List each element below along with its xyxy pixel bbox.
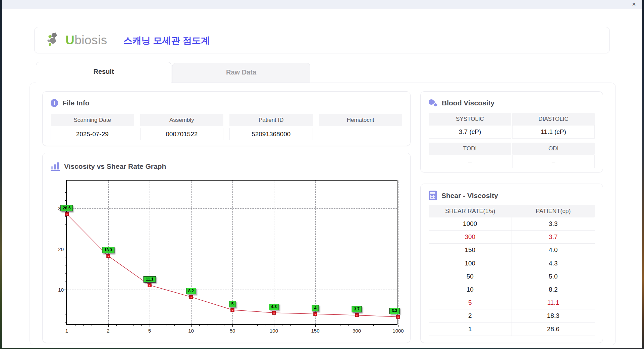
field-value-hematocrit <box>319 128 402 140</box>
y-tick-major <box>64 290 66 290</box>
data-point-marker <box>355 313 359 317</box>
tab-raw-data[interactable]: Raw Data <box>172 63 310 83</box>
data-point-marker <box>189 295 193 299</box>
app-window: { "window": { "close_label": "×" }, "hea… <box>0 0 644 349</box>
file-info-grid: Scanning Date Assembly Patient ID Hemato… <box>51 114 402 140</box>
droplets-icon <box>429 98 437 108</box>
shear-rate-cell: 100 <box>429 257 512 270</box>
shear-rate-cell: 50 <box>429 270 512 283</box>
data-point-marker <box>231 308 234 312</box>
shear-viscosity-table: SHEAR RATE(1/s) PATIENT(cp) 10003.33003.… <box>429 205 595 336</box>
data-point-label: 28.6 <box>60 205 73 211</box>
patient-viscosity-cell: 3.7 <box>512 231 595 243</box>
x-tick-label: 1 <box>65 328 68 334</box>
titlebar: × <box>2 0 642 9</box>
data-point-marker <box>272 311 276 315</box>
data-point-label: 3.7 <box>352 306 362 312</box>
patient-viscosity-cell: 18.3 <box>512 309 595 322</box>
data-point-label: 18.3 <box>102 247 114 253</box>
data-point-label: 3.3 <box>389 308 400 314</box>
x-tick-label: 300 <box>353 328 361 334</box>
shear-viscosity-card: Shear - Viscosity SHEAR RATE(1/s) PATIEN… <box>420 184 603 343</box>
x-tick-label: 50 <box>230 328 235 334</box>
chart-plot: 1251050100150300100010203028.618.311.18.… <box>66 180 397 325</box>
y-tick-minor <box>65 241 66 241</box>
field-label-scanning-date: Scanning Date <box>51 114 134 126</box>
data-point-label: 8.2 <box>186 288 196 294</box>
viscosity-graph-card: Viscosity vs Shear Rate Graph 1251050100… <box>42 153 411 343</box>
logo-text: Ubiosis <box>65 33 107 47</box>
shear-rate-cell: 1 <box>429 323 512 336</box>
patient-viscosity-cell: 8.2 <box>512 283 595 296</box>
table-row: 108.2 <box>429 283 595 296</box>
x-tick-label: 5 <box>148 328 151 334</box>
x-tick-label: 150 <box>311 328 319 334</box>
window-edge-right <box>642 0 644 349</box>
patient-viscosity-cell: 4.3 <box>512 257 595 270</box>
x-tick-label: 2 <box>107 328 109 334</box>
shear-table-header: SHEAR RATE(1/s) PATIENT(cp) <box>429 205 595 217</box>
table-row: 3003.7 <box>429 231 595 244</box>
data-point-label: 5 <box>229 301 236 307</box>
y-tick-minor <box>65 225 66 225</box>
info-icon: i <box>51 99 58 107</box>
field-value-assembly: 000701522 <box>140 128 224 140</box>
y-tick-label: 10 <box>58 287 64 293</box>
blood-viscosity-card: Blood Viscosity SYSTOLIC DIASTOLIC 3.7 (… <box>420 91 603 172</box>
odi-value: – <box>512 155 595 168</box>
field-value-scanning-date: 2025-07-29 <box>51 128 134 140</box>
todi-label: TODI <box>429 143 511 155</box>
y-tick-minor <box>65 257 66 257</box>
patient-viscosity-cell: 3.3 <box>512 217 595 230</box>
todi-value: – <box>429 155 511 168</box>
data-point-marker <box>396 315 400 319</box>
patient-viscosity-cell: 28.6 <box>512 323 595 336</box>
patient-viscosity-cell: 5.0 <box>512 270 595 283</box>
y-tick-minor <box>65 233 66 233</box>
x-tick-label: 100 <box>270 328 278 334</box>
shear-rate-cell: 5 <box>429 296 512 309</box>
x-gridline <box>398 181 398 324</box>
data-point-marker <box>65 212 69 216</box>
shear-rate-column-header: SHEAR RATE(1/s) <box>429 205 512 217</box>
field-label-hematocrit: Hematocrit <box>319 114 402 126</box>
bar-chart-icon <box>51 162 60 171</box>
data-point-label: 4.3 <box>269 304 279 310</box>
y-tick-minor <box>65 282 66 282</box>
data-point-marker <box>148 283 152 287</box>
table-row: 128.6 <box>429 323 595 336</box>
y-tick-major <box>64 249 66 249</box>
y-tick-minor <box>65 200 66 201</box>
y-tick-minor <box>65 192 66 193</box>
blood-viscosity-title: Blood Viscosity <box>442 99 494 107</box>
x-tick-label: 10 <box>188 328 194 334</box>
data-point-label: 4 <box>312 305 319 311</box>
ubiosis-logo-icon <box>45 31 63 50</box>
patient-viscosity-cell: 4.0 <box>512 244 595 256</box>
field-label-assembly: Assembly <box>140 114 224 126</box>
calculator-icon <box>429 191 437 200</box>
shear-rate-cell: 10 <box>429 283 512 296</box>
shear-rate-cell: 150 <box>429 244 512 256</box>
x-tick-major <box>398 325 398 327</box>
field-label-patient-id: Patient ID <box>229 114 313 126</box>
table-row: 505.0 <box>429 270 595 283</box>
data-point-marker <box>106 254 110 258</box>
odi-label: ODI <box>512 143 595 155</box>
y-tick-minor <box>65 273 66 274</box>
y-tick-minor <box>65 216 66 217</box>
y-tick-minor <box>65 322 66 322</box>
close-icon[interactable]: × <box>630 0 638 8</box>
patient-viscosity-cell: 11.1 <box>512 296 595 309</box>
y-tick-minor <box>65 306 66 306</box>
table-row: 1004.3 <box>429 257 595 270</box>
y-tick-minor <box>65 265 66 265</box>
y-tick-minor <box>65 314 66 314</box>
x-tick-label: 1000 <box>392 328 404 334</box>
tab-result[interactable]: Result <box>36 62 171 83</box>
table-row: 1504.0 <box>429 244 595 257</box>
shear-rate-cell: 300 <box>429 231 512 243</box>
data-point-label: 11.1 <box>144 276 156 283</box>
file-info-card: i File Info Scanning Date Assembly Patie… <box>42 91 411 146</box>
systolic-value: 3.7 (cP) <box>429 125 511 139</box>
